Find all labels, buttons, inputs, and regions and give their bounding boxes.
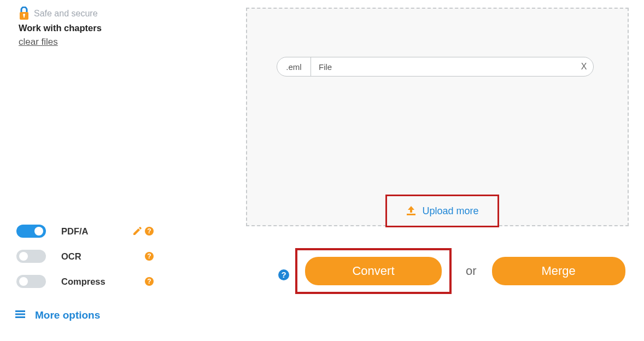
help-icon[interactable]: ?	[144, 226, 154, 236]
clear-files-link[interactable]: clear files	[19, 37, 58, 47]
toggle-row-ocr: OCR ?	[16, 244, 213, 269]
upload-more-label: Upload more	[422, 205, 478, 217]
svg-rect-11	[15, 316, 25, 318]
svg-rect-12	[407, 214, 415, 215]
dropzone[interactable]: .eml File X Upload more	[246, 8, 629, 226]
help-icon[interactable]: ?	[144, 251, 154, 261]
toggle-label-compress: Compress	[61, 277, 132, 287]
pencil-icon[interactable]	[132, 226, 142, 236]
convert-highlight-box: Convert	[295, 248, 452, 294]
upload-icon	[406, 206, 417, 216]
help-icon[interactable]: ?	[144, 277, 154, 286]
svg-rect-2	[24, 15, 25, 17]
toggle-pdfa[interactable]	[16, 225, 46, 238]
safe-secure-label: Safe and secure	[34, 9, 98, 19]
file-extension-label: .eml	[277, 57, 311, 76]
hamburger-icon	[15, 309, 25, 321]
toggle-ocr[interactable]	[16, 250, 46, 263]
svg-text:?: ?	[147, 252, 151, 260]
toggle-compress[interactable]	[16, 275, 46, 288]
toggle-label-ocr: OCR	[61, 251, 132, 262]
file-name-label: File	[311, 62, 575, 72]
merge-button[interactable]: Merge	[492, 257, 625, 285]
toggle-row-compress: Compress ?	[16, 269, 213, 294]
work-with-chapters-label: Work with chapters	[19, 23, 246, 33]
upload-more-button[interactable]: Upload more	[385, 195, 499, 227]
convert-button[interactable]: Convert	[305, 257, 442, 285]
or-text: or	[466, 264, 477, 278]
lock-icon	[19, 7, 30, 21]
more-options-link[interactable]: More options	[15, 309, 100, 321]
svg-text:?: ?	[147, 227, 151, 235]
svg-text:?: ?	[147, 278, 151, 285]
svg-rect-10	[15, 314, 25, 315]
svg-rect-9	[15, 310, 25, 312]
svg-text:?: ?	[281, 270, 286, 279]
help-icon[interactable]: ?	[278, 269, 290, 283]
toggle-row-pdfa: PDF/A ?	[16, 219, 213, 244]
more-options-label: More options	[35, 309, 100, 321]
file-pill: .eml File X	[277, 57, 594, 77]
remove-file-button[interactable]: X	[575, 62, 593, 72]
toggle-label-pdfa: PDF/A	[61, 226, 132, 237]
